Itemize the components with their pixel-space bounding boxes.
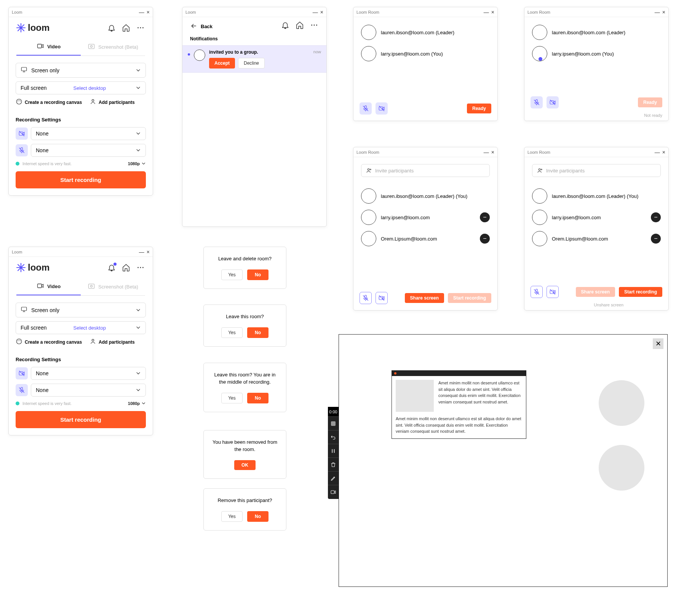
camera-select[interactable]: None [31,127,146,140]
tab-video[interactable]: Video [16,278,81,295]
mic-select[interactable]: None [31,144,146,157]
close-button[interactable]: × [662,9,665,15]
mic-off-icon[interactable] [16,384,28,396]
invite-participants-input[interactable]: Invite participants [532,164,661,177]
bell-icon[interactable] [107,23,116,32]
camera-off-icon[interactable] [16,367,28,379]
mic-select[interactable]: None [31,384,146,397]
camera-toggle-button[interactable] [547,286,559,298]
decline-button[interactable]: Decline [238,58,265,69]
more-icon[interactable] [136,23,145,32]
ready-button[interactable]: Ready [467,104,491,113]
participant-bubble[interactable] [599,380,644,426]
no-button[interactable]: No [247,327,268,338]
close-button[interactable]: × [491,9,494,15]
window-chrome [392,371,526,376]
minimize-button[interactable]: — [139,249,144,255]
mic-toggle-button[interactable] [360,102,372,115]
more-icon[interactable] [310,21,319,30]
back-arrow-icon [190,22,198,30]
stop-button[interactable] [328,417,339,430]
remove-participant-button[interactable]: − [480,234,490,244]
dialog-message: Leave and delete room? [211,255,278,263]
draw-button[interactable] [328,472,339,485]
home-icon[interactable] [121,23,131,32]
home-icon[interactable] [295,21,304,30]
chevron-down-icon [136,68,141,73]
mic-toggle-button[interactable] [531,286,543,298]
close-button[interactable]: × [662,149,665,155]
no-button[interactable]: No [247,393,268,403]
start-recording-button[interactable]: Start recording [16,171,146,188]
add-participants-button[interactable]: Add participants [89,338,135,346]
tab-screenshot[interactable]: Screenshot (Beta) [81,38,145,56]
share-screen-button[interactable]: Share screen [405,293,444,303]
notification-time: now [313,49,321,55]
minimize-button[interactable]: — [655,9,660,15]
delete-button[interactable] [328,458,339,472]
remove-participant-button[interactable]: − [651,212,661,222]
mic-toggle-button[interactable] [360,292,372,304]
yes-button[interactable]: Yes [221,327,243,338]
display-select[interactable]: Full screen Select desktop [16,321,146,334]
close-button[interactable]: × [147,9,150,15]
undo-icon [330,434,336,440]
resolution-select[interactable]: 1080p [128,161,146,166]
close-button[interactable]: ✕ [653,338,663,349]
remove-participant-button[interactable]: − [651,234,661,244]
minimize-button[interactable]: — [139,9,144,15]
start-recording-button[interactable]: Start recording [619,287,662,297]
ok-button[interactable]: OK [234,460,256,470]
status-dot-icon [16,162,19,166]
notification-item[interactable]: invited you to a group. now Accept Decli… [182,45,326,73]
camera-select[interactable]: None [31,367,146,380]
participant-bubble[interactable] [599,445,644,491]
pause-button[interactable] [328,444,339,458]
yes-button[interactable]: Yes [221,393,243,403]
accept-button[interactable]: Accept [209,58,235,69]
yes-button[interactable]: Yes [221,269,243,280]
tab-video[interactable]: Video [16,38,81,56]
bell-icon[interactable] [281,21,290,30]
resolution-select[interactable]: 1080p [128,401,146,406]
capture-mode-select[interactable]: Screen only [16,303,146,317]
camera-toggle-button[interactable] [376,292,388,304]
traffic-light-icon [394,372,396,375]
camera-toggle-button[interactable] [547,96,559,108]
start-recording-button[interactable]: Start recording [16,411,146,428]
home-icon[interactable] [121,263,131,272]
unshare-screen-label: Unshare screen [594,303,630,310]
close-button[interactable]: × [320,9,323,15]
minimize-button[interactable]: — [313,9,318,15]
back-button[interactable]: Back [182,17,220,33]
minimize-button[interactable]: — [484,149,489,155]
minimize-button[interactable]: — [484,9,489,15]
undo-button[interactable] [328,430,339,444]
invite-participants-input[interactable]: Invite participants [361,164,490,177]
loom-logo-icon [16,23,26,32]
close-button[interactable]: × [147,249,150,255]
add-participants-button[interactable]: Add participants [89,98,135,106]
select-desktop-link[interactable]: Select desktop [74,85,106,91]
create-canvas-button[interactable]: Create a recording canvas [16,98,82,106]
mic-off-icon[interactable] [16,144,28,156]
yes-button[interactable]: Yes [221,511,243,522]
camera-toggle-button[interactable] [376,102,388,115]
tab-screenshot[interactable]: Screenshot (Beta) [81,278,145,295]
minimize-button[interactable]: — [655,149,660,155]
camera-off-icon[interactable] [16,128,28,140]
more-icon[interactable] [136,263,145,272]
camera-button[interactable] [328,485,339,499]
capture-mode-select[interactable]: Screen only [16,63,146,78]
no-button[interactable]: No [247,511,268,522]
video-icon [37,42,44,51]
no-button[interactable]: No [247,269,268,280]
create-canvas-button[interactable]: Create a recording canvas [16,338,82,346]
mic-toggle-button[interactable] [531,96,543,108]
remove-participant-button[interactable]: − [480,212,490,222]
close-button[interactable]: × [491,149,494,155]
bell-icon[interactable] [107,263,116,272]
window-title: Loom Room [356,10,379,14]
display-select[interactable]: Full screen Select desktop [16,81,146,94]
select-desktop-link[interactable]: Select desktop [74,325,106,331]
